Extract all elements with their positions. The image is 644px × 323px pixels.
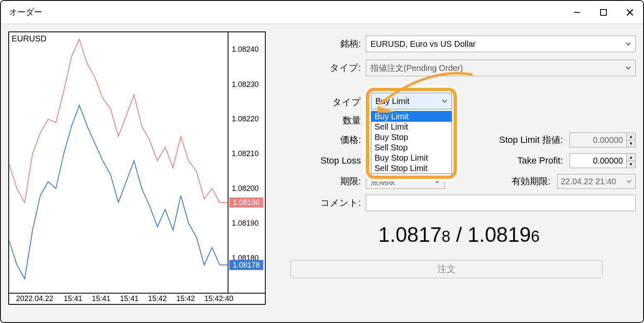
chevron-down-icon [442,98,447,104]
bid-price-tag: 1.08178 [229,260,263,270]
spin-up-icon[interactable]: ▲ [627,154,635,161]
chart-x-axis: 2022.04.22 15:41 15:41 15:41 15:42 15:42… [9,293,265,304]
chart-y-axis: 1.08240 1.08230 1.08220 1.08210 1.08200 … [228,32,265,293]
pending-type-option[interactable]: Buy Stop Limit [371,153,452,163]
valid-until-label: 有効期限: [476,175,550,188]
chevron-down-icon [625,41,631,47]
y-tick: 1.08220 [232,115,259,123]
x-tick: 15:41 [120,294,139,303]
comment-label: コメント: [282,197,361,209]
valid-until-value: 22.04.22 21:40 [561,177,616,186]
svg-rect-1 [601,10,606,15]
spin-up-icon[interactable]: ▲ [627,133,635,140]
volume-label: 数量 [282,114,361,127]
stoplimit-spinner[interactable]: ▲▼ [627,133,636,147]
order-type-dropdown[interactable]: 指値注文(Pending Order) [366,60,636,76]
minimize-button[interactable] [564,1,590,24]
chevron-down-icon [625,65,631,71]
stoploss-label: Stop Loss [282,155,361,166]
pending-order-section: Buy Limit Buy Limit Sell Limit Buy Stop … [282,96,636,211]
takeprofit-label: Take Profit: [488,155,563,166]
symbol-dropdown[interactable]: EURUSD, Euro vs US Dollar [366,36,636,52]
place-order-button[interactable]: 注文 [291,260,603,278]
chart-plot[interactable] [9,32,228,293]
expiry-label: 期限: [282,175,361,188]
chart-symbol-title: EURUSD [12,34,46,43]
chevron-down-icon [626,178,632,184]
chart-body: 1.08240 1.08230 1.08220 1.08210 1.08200 … [9,32,265,293]
valid-until-input[interactable]: 22.04.22 21:40 [557,174,636,189]
titlebar: オーダー [1,1,643,24]
x-tick: 15:42 [176,294,195,303]
pending-type-listbox[interactable]: Buy Limit Sell Limit Buy Stop Sell Stop … [371,111,452,174]
comment-input[interactable] [366,195,636,211]
window-title: オーダー [9,7,42,18]
bid-sub: 8 [442,228,450,245]
symbol-dropdown-value: EURUSD, Euro vs US Dollar [370,39,476,49]
order-button-label: 注文 [437,263,456,275]
x-tick: 15:41 [64,294,82,303]
bid-ask-display: 1.08178 / 1.08196 [282,223,636,247]
takeprofit-spinner[interactable]: ▲▼ [627,153,636,168]
x-tick: 15:42 [148,294,167,303]
order-form: 銘柄: EURUSD, Euro vs US Dollar タイプ: 指値注文(… [282,31,636,315]
x-tick: 2022.04.22 [16,294,53,303]
takeprofit-value: 0.00000 [570,153,627,168]
stoplimit-input[interactable]: 0.00000 ▲▼ [570,133,636,147]
order-type-dropdown-value: 指値注文(Pending Order) [370,63,463,74]
maximize-button[interactable] [590,1,617,24]
pending-type-option[interactable]: Sell Stop [371,142,452,153]
pending-type-callout: Buy Limit Buy Limit Sell Limit Buy Stop … [366,88,457,179]
y-tick: 1.08190 [232,219,259,228]
symbol-label: 銘柄: [282,38,361,50]
x-tick: 15:42:40 [204,294,233,303]
order-window: オーダー EURUSD 1.08240 1.08230 [0,0,644,323]
bid-main: 1.0817 [378,223,442,246]
pending-type-option[interactable]: Buy Stop [371,132,452,142]
spin-down-icon[interactable]: ▼ [627,140,635,147]
stoplimit-value: 0.00000 [570,133,627,147]
x-tick: 15:41 [92,294,111,303]
window-controls [564,1,643,24]
y-tick: 1.08240 [232,45,259,53]
chevron-down-icon [434,178,440,184]
y-tick: 1.08210 [232,149,259,158]
content-area: EURUSD 1.08240 1.08230 1.08220 1.08210 1… [1,24,643,322]
ask-price-tag: 1.08196 [229,198,263,207]
pending-type-option[interactable]: Sell Limit [371,122,452,132]
ask-main: 1.0819 [468,223,531,246]
pending-type-label: タイプ [282,96,361,108]
spin-down-icon[interactable]: ▼ [627,161,635,168]
order-type-label: タイプ: [282,62,361,74]
takeprofit-input[interactable]: 0.00000 ▲▼ [570,153,636,168]
price-separator: / [450,223,468,246]
stoplimit-label: Stop Limit 指値: [488,134,563,146]
pending-type-selected: Buy Limit [375,96,409,106]
y-tick: 1.08230 [232,80,259,89]
pending-type-option[interactable]: Sell Stop Limit [371,163,452,174]
ask-sub: 6 [531,228,540,245]
price-label: 価格: [282,134,361,146]
pending-type-dropdown[interactable]: Buy Limit [371,93,452,109]
close-button[interactable] [617,1,643,24]
chart-panel: EURUSD 1.08240 1.08230 1.08220 1.08210 1… [8,31,266,305]
pending-type-option[interactable]: Buy Limit [371,111,452,122]
y-tick: 1.08200 [232,184,259,193]
